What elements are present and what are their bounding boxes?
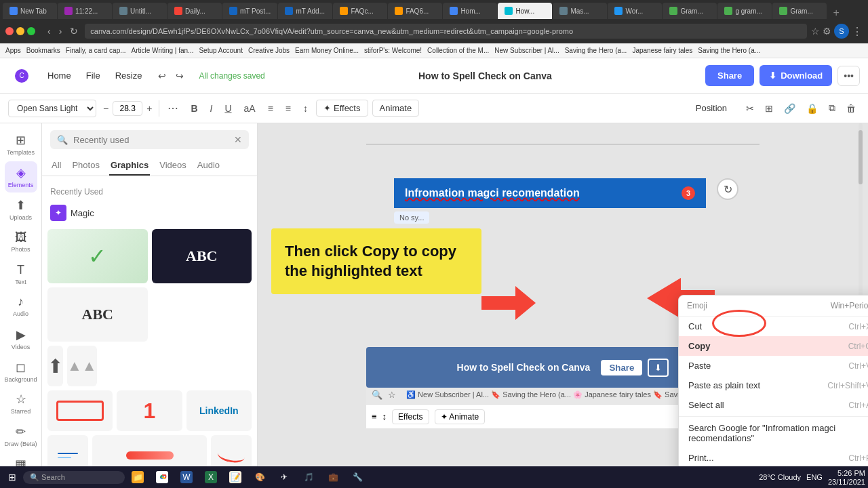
menu-home[interactable]: Home <box>41 66 78 85</box>
profile-button[interactable]: S <box>834 24 849 39</box>
sidebar-item-elements[interactable]: ◈ Elements <box>5 161 37 192</box>
tab-photos[interactable]: Photos <box>71 156 100 176</box>
tab-faq1[interactable]: FAQc... <box>333 3 387 19</box>
list-button[interactable]: ≡ <box>281 100 295 117</box>
taskbar-file-explorer[interactable]: 📁 <box>126 468 149 486</box>
context-paste-plain[interactable]: Paste as plain text Ctrl+Shift+V <box>679 375 868 395</box>
tab-how-active[interactable]: How... <box>498 3 552 19</box>
back-button[interactable]: ‹ <box>45 24 54 38</box>
selected-textbox[interactable]: Infromation magci recomendation 3 <box>394 178 706 208</box>
taskbar-chrome[interactable] <box>151 468 174 486</box>
font-size-decrease[interactable]: − <box>100 102 111 115</box>
thumbnail-red-1[interactable]: 1 <box>117 390 182 431</box>
taskbar-word[interactable]: W <box>175 468 198 486</box>
bookmark-creative[interactable]: Creative Jobs <box>248 47 290 54</box>
tab-gram3[interactable]: Gram... <box>772 3 827 19</box>
copy-button2[interactable]: ⧉ <box>825 100 840 117</box>
taskbar-notepad[interactable]: 📝 <box>224 468 247 486</box>
font-options-button[interactable]: ⋯ <box>163 99 182 117</box>
menu-button[interactable]: ⋮ <box>852 25 863 38</box>
context-copy[interactable]: Copy Ctrl+C <box>679 336 868 356</box>
trash-button[interactable]: 🗑 <box>842 100 860 117</box>
context-paste[interactable]: Paste Ctrl+V <box>679 356 868 375</box>
mini-spacing-button[interactable]: ↕ <box>382 411 387 422</box>
redo-button[interactable]: ↪ <box>172 68 188 84</box>
tab-graphics[interactable]: Graphics <box>109 156 150 176</box>
bookmark-fairy[interactable]: Japanese fairy tales <box>632 47 692 54</box>
taskbar-excel[interactable]: X <box>199 468 222 486</box>
context-select-all[interactable]: Select all Ctrl+A <box>679 395 868 415</box>
tab-audio[interactable]: Audio <box>196 156 221 176</box>
download-button[interactable]: ⬇ Download <box>760 65 832 86</box>
tab-mt-post[interactable]: mT Post... <box>222 3 277 19</box>
font-family-select[interactable]: Open Sans Light <box>8 100 96 117</box>
canvas-area[interactable]: Infromation magci recomendation 3 No sy.… <box>258 123 868 488</box>
close-button[interactable] <box>5 27 14 35</box>
magic-row[interactable]: ✦ Magic <box>47 201 252 225</box>
mini-share-button[interactable]: Share <box>601 360 642 375</box>
app-logo[interactable]: C <box>8 65 35 87</box>
taskbar-search[interactable]: 🔍 Search <box>23 471 125 484</box>
thumbnail-linkedin[interactable]: LinkedIn <box>186 390 252 431</box>
case-button[interactable]: aA <box>240 100 260 117</box>
tab-11[interactable]: 11:22... <box>58 3 112 19</box>
url-bar[interactable]: canva.com/design/DAEwh1jfPs/DE6OXvNwLCx_… <box>85 24 807 39</box>
bookmark-stifor[interactable]: stiforP's: Welcome! <box>364 47 422 54</box>
scrollbar-thumb[interactable] <box>859 130 863 184</box>
sidebar-item-audio[interactable]: ♪ Audio <box>5 291 37 322</box>
thumbnail-abc[interactable]: ABC <box>152 229 252 283</box>
taskbar-app10[interactable]: 🔧 <box>346 468 369 486</box>
context-search-google[interactable]: Search Google for "Infromation magci rec… <box>679 418 868 448</box>
menu-file[interactable]: File <box>79 66 107 85</box>
sidebar-item-text[interactable]: T Text <box>5 258 37 289</box>
tab-videos[interactable]: Videos <box>158 156 188 176</box>
minimize-button[interactable] <box>16 27 24 35</box>
search-input[interactable] <box>73 135 229 145</box>
bookmark-article[interactable]: Article Writing | fan... <box>132 47 194 54</box>
share-button[interactable]: Share <box>705 65 754 86</box>
bookmark-button[interactable]: ☆ <box>811 26 820 37</box>
bold-button[interactable]: B <box>186 100 201 117</box>
refresh-icon[interactable]: ↻ <box>717 178 738 200</box>
sidebar-item-photos[interactable]: 🖼 Photos <box>5 226 37 257</box>
grid-button[interactable]: ⊞ <box>761 100 777 117</box>
taskbar-music[interactable]: 🎵 <box>297 468 320 486</box>
thumbnail-check[interactable]: ✓ <box>47 229 148 283</box>
tab-mt-add[interactable]: mT Add... <box>278 3 332 19</box>
forward-button[interactable]: › <box>56 24 65 38</box>
tab-wor[interactable]: Wor... <box>608 3 662 19</box>
sidebar-item-draw[interactable]: ✏ Draw (Beta) <box>5 420 37 451</box>
tab-daily[interactable]: Daily... <box>167 3 222 19</box>
bookmark-saving2[interactable]: Saving the Hero (a... <box>698 47 760 54</box>
sidebar-item-background[interactable]: ◻ Background <box>5 356 37 387</box>
undo-button[interactable]: ↩ <box>154 68 170 84</box>
bookmark-saving1[interactable]: Saving the Hero (a... <box>565 47 627 54</box>
more-options-button[interactable]: ••• <box>837 66 860 86</box>
tab-mas[interactable]: Mas... <box>553 3 607 19</box>
sidebar-item-videos[interactable]: ▶ Videos <box>5 323 37 354</box>
tab-gram2[interactable]: g gram... <box>717 3 772 19</box>
thumbnail-arrow-up[interactable]: ⬆ <box>47 346 63 386</box>
thumbnail-red-rect[interactable] <box>47 390 113 431</box>
bookmark-earn[interactable]: Earn Money Online... <box>295 47 359 54</box>
menu-resize[interactable]: Resize <box>108 66 149 85</box>
maximize-button[interactable] <box>27 27 35 35</box>
tab-faq2[interactable]: FAQ6... <box>388 3 442 19</box>
bookmark-apps[interactable]: Apps <box>5 47 21 54</box>
sidebar-item-starred[interactable]: ☆ Starred <box>5 388 37 420</box>
context-print[interactable]: Print... Ctrl+P <box>679 448 868 468</box>
link-button[interactable]: 🔗 <box>780 100 800 117</box>
context-cut[interactable]: Cut Ctrl+X <box>679 317 868 336</box>
bookmark-collection[interactable]: Collection of the M... <box>427 47 489 54</box>
tab-gram1[interactable]: Gram... <box>663 3 717 19</box>
mini-download-button[interactable]: ⬇ <box>648 359 669 377</box>
font-size-input[interactable] <box>113 101 142 116</box>
tab-untitl[interactable]: Untitl... <box>113 3 167 19</box>
taskbar-telegram[interactable]: ✈ <box>273 468 296 486</box>
tab-all[interactable]: All <box>50 156 62 176</box>
position-button[interactable]: Position <box>690 100 732 116</box>
italic-button[interactable]: I <box>206 100 217 117</box>
new-tab-button[interactable]: + <box>827 7 844 19</box>
taskbar-paint[interactable]: 🎨 <box>248 468 271 486</box>
bookmark-setup[interactable]: Setup Account <box>199 47 243 54</box>
